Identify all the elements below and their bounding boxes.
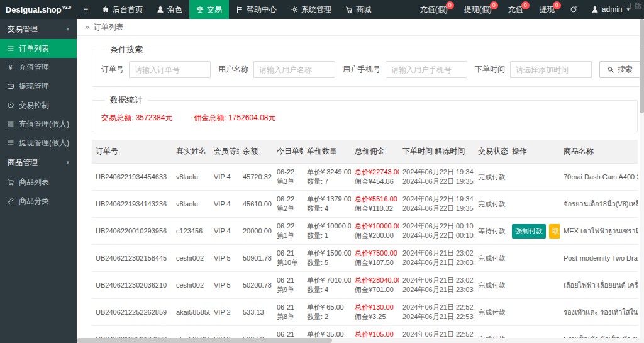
order-id-cell: UB2406212252262859 [92, 299, 172, 326]
force-pay-button[interactable]: 强制付款 [512, 224, 546, 239]
scales-icon [196, 6, 204, 13]
notice-withdraw[interactable]: 提现 0 [531, 0, 563, 19]
time-cell: 2024年06月21日 22:52:262024年06月21日 22:53:13 [399, 299, 474, 326]
stats-panel-title: 数据统计 [105, 94, 148, 106]
notice-recharge[interactable]: 充值 0 [500, 0, 531, 19]
unit-qty-cell: 单价¥ 65.00数量: 2 [303, 299, 351, 326]
sidebar-item-order-list[interactable]: 订单列表 [0, 39, 77, 58]
vertical-scrollbar-thumb[interactable] [640, 19, 644, 113]
unit-qty-cell: 单价¥ 7010.00数量: 4 [303, 272, 351, 299]
search-button[interactable]: 搜索 [599, 61, 640, 78]
balance-cell: 20000.00 [239, 218, 273, 245]
nav-item-dashboard[interactable]: 后台首页 [95, 0, 150, 19]
app-logo-version: V3.0 [62, 5, 71, 9]
col-total-commission: 总价佣金 [351, 140, 399, 164]
col-level: 会员等级 [210, 140, 239, 164]
sidebar-item-recharge-fake[interactable]: 充值管理(假人) [0, 115, 77, 133]
search-panel: 条件搜索 订单号 用户名称 用户手机号 下单时间 [92, 44, 644, 87]
notice-badge: 0 [446, 1, 454, 9]
order-id-cell: UB2406212302036210 [92, 272, 172, 299]
sidebar-toggle-button[interactable]: ≡ [77, 0, 95, 19]
topbar-right: 充值(假) 0 提现(假) 0 充值 0 提现 0 admin ▾ [412, 0, 644, 19]
nav-item-role[interactable]: 角色 [150, 0, 189, 19]
order-id-label: 订单号 [101, 64, 124, 75]
withdraw-icon [6, 82, 14, 90]
breadcrumb: » 订单列表 [77, 19, 644, 36]
sidebar-item-withdraw-fake[interactable]: 提现管理(假人) [0, 133, 77, 152]
nav-label: 商城 [356, 4, 371, 15]
sidebar-item-label: 充值管理(假人) [19, 119, 69, 130]
nav-item-help-center[interactable]: 帮助中心 [229, 0, 284, 19]
link-icon [6, 197, 14, 205]
today-cell: 06-22第2单 [273, 191, 303, 218]
order-row: UB2406221934454633v8laoluVIP 445720.3206… [92, 164, 638, 191]
total-commission-cell: 总价¥28040.00佣金¥701.00 [351, 272, 399, 299]
actions-cell [508, 299, 560, 326]
notice-label: 充值(假) [420, 4, 448, 15]
total-commission-cell: 总价¥22743.00佣金¥454.86 [351, 164, 399, 191]
real-name-cell: c123456 [172, 218, 210, 245]
actions-cell [508, 272, 560, 299]
admin-menu[interactable]: admin ▾ [584, 0, 636, 19]
order-list-icon [6, 45, 14, 52]
nav-item-mall[interactable]: 商城 [338, 0, 378, 19]
col-balance: 余额 [239, 140, 273, 164]
cancel-order-button[interactable]: 取消订单 [549, 224, 560, 239]
today-cell: 06-21第9单 [273, 272, 303, 299]
level-cell: VIP 4 [210, 164, 239, 191]
product-cell: 70mai Dash Cam A400 2K กล้องติดรถยนต์ ดว [560, 164, 638, 191]
col-real-name: 真实姓名 [172, 140, 210, 164]
sidebar-item-withdraw[interactable]: 提现管理 [0, 77, 77, 96]
status-cell: 完成付款 [474, 272, 508, 299]
notice-badge: 0 [553, 1, 561, 9]
level-cell: VIP 5 [210, 245, 239, 272]
sidebar-item-goods-list[interactable]: 商品列表 [0, 172, 77, 191]
sidebar-item-recharge[interactable]: ¥充值管理 [0, 58, 77, 77]
flag-icon [236, 6, 243, 13]
ban-icon [6, 101, 14, 109]
sidebar-section-goods[interactable]: 商品管理 ▾ [0, 152, 77, 172]
today-cell: 06-21第8单 [273, 299, 303, 326]
notice-recharge-fake[interactable]: 充值(假) 0 [412, 0, 456, 19]
unit-qty-cell: 单价¥ 10000.00数量: 1 [303, 218, 351, 245]
unit-qty-cell: 单价¥ 1379.00数量: 4 [303, 191, 351, 218]
user-name-input[interactable] [253, 61, 335, 78]
col-actions: 操作 [508, 140, 560, 164]
stats-panel: 数据统计 交易总额: 3572384元 佣金总额: 1752604.08元 [92, 94, 638, 132]
time-cell: 2024年06月21日 23:02:032024年06月21日 23:03:09 [399, 272, 474, 299]
today-cell: 06-22第3单 [273, 164, 303, 191]
user-phone-input[interactable] [386, 61, 467, 78]
vertical-scrollbar[interactable] [640, 19, 644, 343]
notice-withdraw-fake[interactable]: 提现(假) 0 [456, 0, 500, 19]
refresh-button[interactable] [563, 0, 584, 19]
col-status: 交易状态 [474, 140, 508, 164]
horizontal-scrollbar-thumb[interactable] [77, 338, 332, 343]
nav-item-system[interactable]: 系统管理 [284, 0, 338, 19]
sidebar-item-goods-category[interactable]: 商品分类 [0, 191, 77, 210]
order-id-input[interactable] [129, 61, 211, 78]
search-button-label: 搜索 [618, 64, 633, 75]
balance-cell: 45610.00 [239, 191, 273, 218]
status-cell: 完成付款 [474, 245, 508, 272]
admin-name: admin [602, 5, 623, 14]
orders-table: 订单号 真实姓名 会员等级 余额 今日单数 单价数量 总价佣金 下单时间 解冻时… [92, 140, 638, 343]
order-time-input[interactable] [510, 61, 592, 78]
level-cell: VIP 2 [210, 299, 239, 326]
nav-label: 系统管理 [301, 4, 331, 15]
sidebar-item-trade-control[interactable]: 交易控制 [0, 96, 77, 115]
order-time-label: 下单时间 [475, 64, 505, 75]
main-area: » 订单列表 条件搜索 订单号 用户名称 用户手机号 下单时间 [77, 19, 644, 343]
horizontal-scrollbar[interactable] [77, 338, 644, 343]
real-name-cell: v8laolu [172, 164, 210, 191]
sidebar-section-trade[interactable]: 交易管理 ▾ [0, 19, 77, 39]
tab-order-list[interactable]: 订单列表 [94, 22, 124, 33]
balance-cell: 50200.78 [239, 272, 273, 299]
unit-qty-cell: 单价¥ 1500.00数量: 5 [303, 245, 351, 272]
total-commission-cell: 总价¥7500.00佣金¥187.50 [351, 245, 399, 272]
nav-label: 角色 [167, 4, 182, 15]
order-id-cell: UB2406221934143236 [92, 191, 172, 218]
nav-item-trade[interactable]: 交易 [189, 0, 229, 19]
sidebar-item-label: 充值管理 [19, 62, 49, 73]
search-panel-title: 条件搜索 [105, 44, 148, 55]
list-icon [6, 139, 14, 147]
